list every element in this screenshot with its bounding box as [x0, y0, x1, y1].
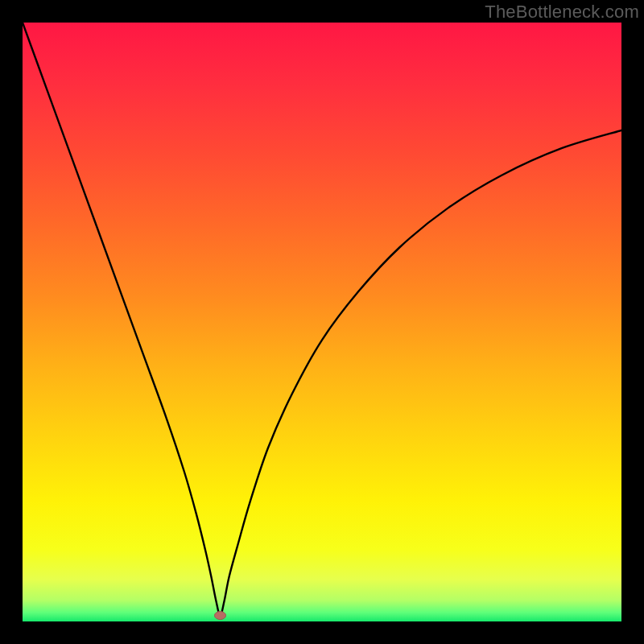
plot-area	[23, 23, 621, 621]
watermark-text: TheBottleneck.com	[485, 2, 639, 23]
optimal-point-marker	[215, 612, 226, 620]
chart-frame: TheBottleneck.com	[0, 0, 644, 644]
chart-svg	[23, 23, 621, 621]
gradient-background	[23, 23, 621, 621]
